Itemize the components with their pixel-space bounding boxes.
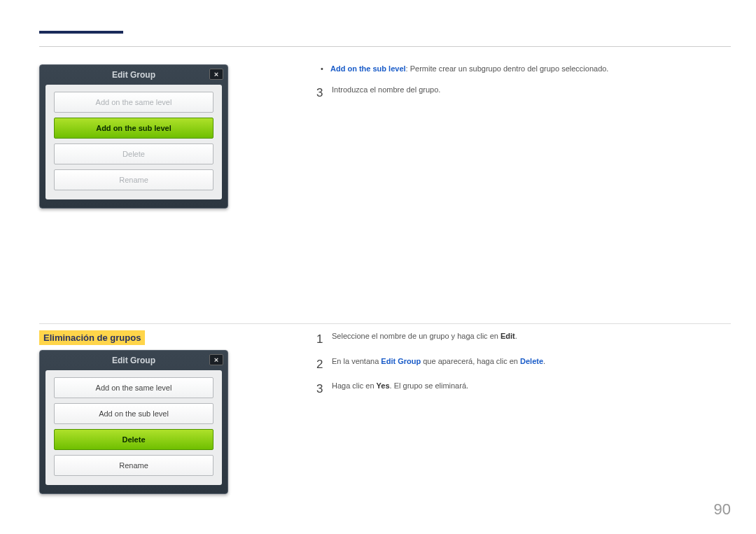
edit-group-dialog-1: Edit Group × Add on the same level Add o…: [39, 64, 228, 209]
t: Haga clic en: [332, 381, 377, 390]
step-number: 1: [316, 330, 332, 349]
step-number: 3: [316, 380, 332, 398]
header-accent-bar: [39, 31, 123, 34]
t: que aparecerá, haga clic en: [421, 357, 520, 365]
t: Seleccione el nombre de un grupo y haga …: [332, 332, 500, 340]
add-sub-level-button[interactable]: Add on the sub level: [54, 118, 214, 139]
bottom-instructions: 1 Seleccione el nombre de un grupo y hag…: [316, 330, 708, 405]
edit-term: Edit: [500, 332, 515, 340]
dialog-add-sub-level: Edit Group × Add on the same level Add o…: [39, 64, 228, 209]
step-1: 1 Seleccione el nombre de un grupo y hag…: [316, 330, 708, 349]
edit-group-dialog-2: Edit Group × Add on the same level Add o…: [39, 350, 228, 494]
add-same-level-button[interactable]: Add on the same level: [54, 377, 214, 398]
top-instructions: • Add on the sub level: Permite crear un…: [316, 64, 708, 109]
t: .: [515, 332, 517, 340]
bullet-rest: : Permite crear un subgrupo dentro del g…: [406, 64, 609, 73]
section-divider: [39, 323, 731, 324]
dialog-body: Add on the same level Add on the sub lev…: [46, 370, 222, 485]
bullet-sub-level: • Add on the sub level: Permite crear un…: [316, 64, 708, 73]
step-number: 2: [316, 356, 332, 374]
rename-button[interactable]: Rename: [54, 455, 214, 476]
rename-button[interactable]: Rename: [54, 169, 214, 190]
close-icon[interactable]: ×: [209, 69, 223, 80]
yes-term: Yes: [377, 381, 390, 390]
close-icon[interactable]: ×: [209, 354, 223, 365]
delete-term: Delete: [520, 357, 543, 365]
step-2: 2 En la ventana Edit Group que aparecerá…: [316, 356, 708, 374]
dialog-title: Edit Group ×: [40, 65, 227, 85]
page-number: 90: [714, 500, 731, 519]
add-sub-level-button[interactable]: Add on the sub level: [54, 403, 214, 424]
delete-button[interactable]: Delete: [54, 429, 214, 450]
dialog-delete: Edit Group × Add on the same level Add o…: [39, 350, 228, 494]
bullet-term: Add on the sub level: [330, 64, 406, 73]
step-text: En la ventana Edit Group que aparecerá, …: [332, 356, 545, 367]
step-text: Introduzca el nombre del grupo.: [332, 84, 440, 96]
t: En la ventana: [332, 357, 381, 365]
step-text: Seleccione el nombre de un grupo y haga …: [332, 330, 517, 342]
bullet-icon: •: [321, 64, 330, 73]
step-list-top: 3 Introduzca el nombre del grupo.: [316, 84, 708, 102]
header-rule: [39, 46, 731, 47]
step-3: 3 Haga clic en Yes. El grupo se eliminar…: [316, 380, 708, 398]
delete-button[interactable]: Delete: [54, 143, 214, 164]
dialog-body: Add on the same level Add on the sub lev…: [46, 85, 222, 199]
dialog-title-text: Edit Group: [112, 356, 155, 365]
dialog-title-text: Edit Group: [112, 70, 155, 80]
edit-group-term: Edit Group: [381, 357, 421, 365]
step-text: Haga clic en Yes. El grupo se eliminará.: [332, 380, 468, 392]
step-3: 3 Introduzca el nombre del grupo.: [316, 84, 708, 102]
step-list-bottom: 1 Seleccione el nombre de un grupo y hag…: [316, 330, 708, 398]
bullet-text: Add on the sub level: Permite crear un s…: [330, 64, 608, 73]
t: . El grupo se eliminará.: [390, 381, 469, 390]
add-same-level-button[interactable]: Add on the same level: [54, 92, 214, 113]
step-number: 3: [316, 84, 332, 102]
t: .: [543, 357, 545, 365]
dialog-title: Edit Group ×: [40, 351, 227, 370]
section-heading-delete-groups: Eliminación de grupos: [39, 330, 145, 345]
